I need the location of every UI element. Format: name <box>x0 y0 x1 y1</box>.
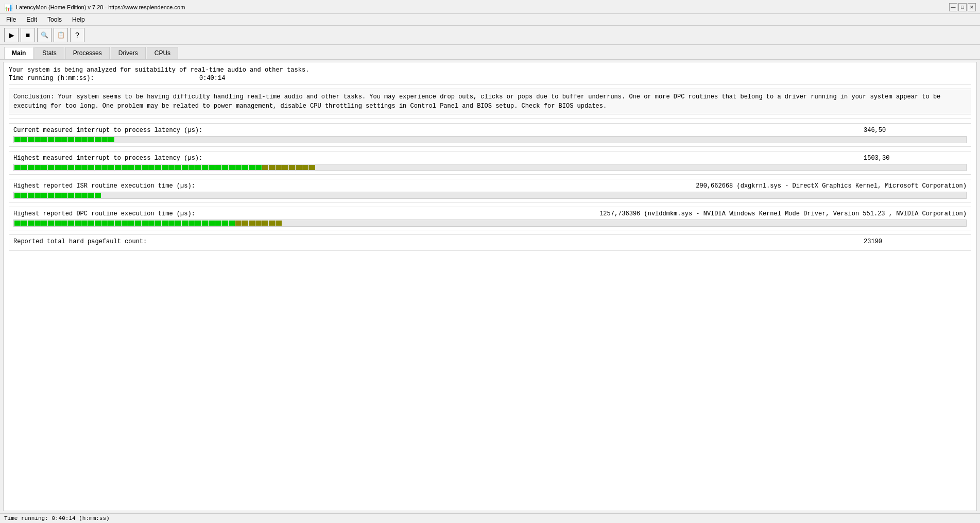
menu-edit[interactable]: Edit <box>24 15 39 24</box>
play-button[interactable]: ▶ <box>4 28 19 42</box>
window-title: LatencyMon (Home Edition) v 7.20 - https… <box>16 4 185 10</box>
maximize-button[interactable]: □ <box>958 3 967 11</box>
metric-row-4: Highest reported DPC routine execution t… <box>13 210 967 217</box>
metric-row-5: Reported total hard pagefault count: 231… <box>13 238 967 245</box>
tab-bar: Main Stats Processes Drivers CPUs <box>0 45 980 60</box>
metric-value-3: 290,662668 (dxgkrnl.sys - DirectX Graphi… <box>696 182 967 190</box>
menu-help[interactable]: Help <box>70 15 87 24</box>
status-bar-text: Time running: 0:40:14 (h:mm:ss) <box>4 515 110 521</box>
metric-row-2: Highest measured interrupt to process la… <box>13 155 967 162</box>
time-row: Time running (h:mm:ss): 0:40:14 <box>9 75 971 82</box>
progress-bar-4 <box>13 220 967 227</box>
title-bar-left: 📊 LatencyMon (Home Edition) v 7.20 - htt… <box>4 3 185 11</box>
tab-processes[interactable]: Processes <box>65 47 110 59</box>
status-line1: Your system is being analyzed for suitab… <box>9 66 971 74</box>
main-content: Your system is being analyzed for suitab… <box>3 62 977 511</box>
app-icon: 📊 <box>4 3 13 11</box>
time-label: Time running (h:mm:ss): <box>9 75 199 82</box>
metric-row-1: Current measured interrupt to process la… <box>13 127 967 134</box>
tab-drivers[interactable]: Drivers <box>111 47 146 59</box>
close-button[interactable]: ✕ <box>968 3 976 11</box>
separator-2 <box>9 119 971 119</box>
time-value: 0:40:14 <box>199 75 225 82</box>
conclusion-text: Conclusion: Your system seems to be havi… <box>13 93 940 110</box>
metric-current-interrupt: Current measured interrupt to process la… <box>9 123 971 147</box>
metric-dpc: Highest reported DPC routine execution t… <box>9 207 971 230</box>
metric-value-5: 23190 <box>864 238 967 245</box>
progress-bar-1 <box>13 136 967 143</box>
report-button[interactable]: 📋 <box>54 28 68 42</box>
tab-cpus[interactable]: CPUs <box>147 47 178 59</box>
metric-value-4: 1257,736396 (nvlddmkm.sys - NVIDIA Windo… <box>599 210 967 217</box>
title-bar: 📊 LatencyMon (Home Edition) v 7.20 - htt… <box>0 0 980 14</box>
progress-bar-2 <box>13 164 967 171</box>
minimize-button[interactable]: — <box>949 3 957 11</box>
toolbar: ▶ ■ 🔍 📋 ? <box>0 26 980 45</box>
status-bar: Time running: 0:40:14 (h:mm:ss) <box>0 513 980 523</box>
metric-row-3: Highest reported ISR routine execution t… <box>13 182 967 190</box>
tab-main[interactable]: Main <box>4 47 33 59</box>
metric-pagefault: Reported total hard pagefault count: 231… <box>9 234 971 251</box>
conclusion-box: Conclusion: Your system seems to be havi… <box>9 89 971 114</box>
metric-value-2: 1503,30 <box>864 155 967 162</box>
metric-label-1: Current measured interrupt to process la… <box>13 127 864 134</box>
menu-tools[interactable]: Tools <box>45 15 64 24</box>
metric-value-1: 346,50 <box>864 127 967 134</box>
help-button[interactable]: ? <box>70 28 84 42</box>
analyze-button[interactable]: 🔍 <box>37 28 51 42</box>
window-controls[interactable]: — □ ✕ <box>949 3 976 11</box>
stop-button[interactable]: ■ <box>21 28 35 42</box>
metric-isr: Highest reported ISR routine execution t… <box>9 179 971 203</box>
separator-1 <box>9 84 971 85</box>
menu-file[interactable]: File <box>4 15 18 24</box>
metric-highest-interrupt: Highest measured interrupt to process la… <box>9 151 971 175</box>
metric-label-5: Reported total hard pagefault count: <box>13 238 864 245</box>
metric-label-2: Highest measured interrupt to process la… <box>13 155 864 162</box>
menu-bar: File Edit Tools Help <box>0 14 980 26</box>
tab-stats[interactable]: Stats <box>35 47 64 59</box>
metric-label-4: Highest reported DPC routine execution t… <box>13 210 599 217</box>
progress-bar-3 <box>13 192 967 199</box>
metric-label-3: Highest reported ISR routine execution t… <box>13 182 696 190</box>
